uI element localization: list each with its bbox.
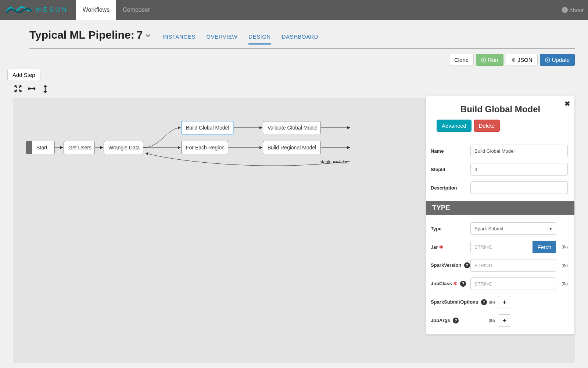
subtab-overview[interactable]: OVERVIEW xyxy=(207,30,238,45)
stepid-field[interactable] xyxy=(470,163,568,176)
gear-icon xyxy=(511,57,516,63)
svg-point-3 xyxy=(512,59,514,60)
label-jobargs: JobArgs ? xyxy=(430,318,489,323)
node-wrangle-data[interactable]: Wrangle Data xyxy=(104,141,143,154)
brand-text: meson xyxy=(36,7,69,13)
help-icon[interactable]: ? xyxy=(481,299,487,305)
advanced-button[interactable]: Advanced xyxy=(437,120,472,132)
page-title: Typical ML Pipeline: 7 xyxy=(29,29,151,41)
label-sparkversion: SparkVersion ? xyxy=(430,262,470,268)
canvas-wrap: Start Get Users Wrangle Data Build Globa… xyxy=(13,98,575,363)
label-stepid: StepId xyxy=(430,167,470,172)
section-type-header: TYPE xyxy=(426,201,574,215)
node-build-global-model[interactable]: Build Global Model xyxy=(181,121,233,134)
subtab-design[interactable]: DESIGN xyxy=(248,30,271,45)
close-icon[interactable]: ✖ xyxy=(564,100,570,108)
label-jobclass: JobClass ✱ ? xyxy=(430,281,470,287)
jobclass-field[interactable] xyxy=(470,277,556,290)
expand-icon[interactable] xyxy=(14,85,22,95)
logo-icon xyxy=(4,4,34,16)
actions-row: Clone Run JSON Update xyxy=(0,49,588,66)
sub-tabs: INSTANCES OVERVIEW DESIGN DASHBOARD xyxy=(162,30,318,45)
step-details-panel: ✖ Build Global Model Advanced Delete Nam… xyxy=(426,96,575,335)
update-button[interactable]: Update xyxy=(540,54,575,66)
nav-tab-workflows[interactable]: Workflows xyxy=(76,0,116,20)
name-field[interactable] xyxy=(470,145,568,157)
run-button[interactable]: Run xyxy=(476,54,503,66)
add-sparksubmitoption-button[interactable]: + xyxy=(498,296,511,308)
json-button[interactable]: JSON xyxy=(506,54,538,66)
help-icon[interactable]: ? xyxy=(453,318,459,323)
brand-logo[interactable]: meson xyxy=(4,4,69,16)
panel-title: Build Global Model xyxy=(426,96,574,120)
caret-down-icon: ▾ xyxy=(549,226,552,231)
clone-button[interactable]: Clone xyxy=(449,54,474,66)
help-icon[interactable]: ? xyxy=(464,262,470,268)
nav-tab-composer[interactable]: Composer xyxy=(116,0,157,20)
node-get-users[interactable]: Get Users xyxy=(64,141,95,154)
sparkversion-field[interactable] xyxy=(470,259,556,272)
node-build-regional-model[interactable]: Build Regional Model xyxy=(263,141,321,154)
version-dropdown-icon[interactable] xyxy=(145,29,151,41)
add-jobarg-button[interactable]: + xyxy=(498,314,511,327)
info-icon: i xyxy=(562,7,568,13)
jar-field[interactable] xyxy=(470,241,533,253)
fetch-button[interactable]: Fetch xyxy=(533,241,556,253)
play-circle-icon xyxy=(481,57,486,63)
node-validate-global-model[interactable]: Validate Global Model xyxy=(263,121,321,134)
node-for-each-region[interactable]: For Each Region xyxy=(181,141,228,154)
add-step-row: Add Step xyxy=(0,66,588,83)
edge-label-stable-false: stable == false xyxy=(320,159,348,164)
hint-in: (IN) xyxy=(556,245,568,249)
label-description: Description xyxy=(430,185,470,191)
about-link[interactable]: i About xyxy=(562,7,584,13)
hint-in: (IN) xyxy=(489,300,495,304)
page-header: Typical ML Pipeline: 7 INSTANCES OVERVIE… xyxy=(0,20,588,49)
help-icon[interactable]: ? xyxy=(460,281,466,287)
play-circle-icon xyxy=(545,57,550,63)
vertical-arrows-icon[interactable] xyxy=(41,85,49,95)
label-type: Type xyxy=(430,226,470,231)
delete-button[interactable]: Delete xyxy=(474,120,500,132)
label-sparksubmitoptions: SparkSubmitOptions ? xyxy=(430,299,489,305)
graph-toolbar xyxy=(0,83,588,96)
hint-in: (IN) xyxy=(556,282,568,286)
subtab-instances[interactable]: INSTANCES xyxy=(162,30,195,45)
label-jar: Jar ✱ xyxy=(430,244,470,250)
node-start[interactable]: Start xyxy=(26,141,55,154)
top-nav-bar: meson Workflows Composer i About xyxy=(0,0,588,20)
horizontal-arrows-icon[interactable] xyxy=(27,85,36,95)
add-step-button[interactable]: Add Step xyxy=(7,69,40,81)
svg-text:i: i xyxy=(564,8,565,12)
hint-in: (IN) xyxy=(489,319,495,323)
subtab-dashboard[interactable]: DASHBOARD xyxy=(282,30,319,45)
nav-tabs: Workflows Composer xyxy=(76,0,157,20)
hint-in: (IN) xyxy=(556,263,568,268)
label-name: Name xyxy=(430,148,470,154)
workflow-canvas[interactable]: Start Get Users Wrangle Data Build Globa… xyxy=(13,98,575,363)
description-field[interactable] xyxy=(470,181,568,194)
type-select[interactable]: Spark Submit ▾ xyxy=(470,222,556,235)
